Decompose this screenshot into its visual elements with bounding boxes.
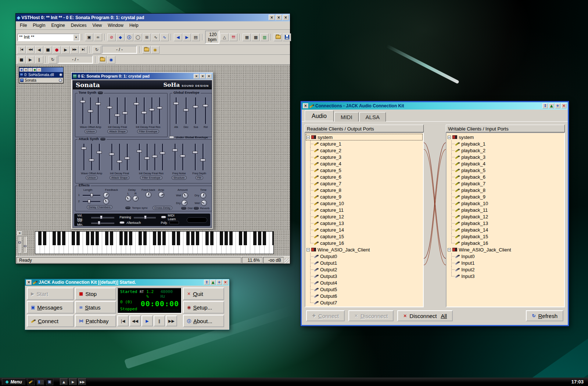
port-row[interactable]: capture_1	[309, 140, 423, 147]
port-row[interactable]: Output3	[309, 273, 423, 279]
resize-grip[interactable]	[284, 258, 289, 263]
slider-wave[interactable]	[79, 96, 87, 125]
port-row[interactable]: Output6	[309, 293, 423, 299]
midi-learn-toggle[interactable]	[161, 216, 166, 218]
reverb-wet-knob[interactable]	[201, 200, 207, 206]
minimize-button[interactable]: ×	[269, 15, 275, 20]
transport-forward-button[interactable]: ▶▶	[166, 315, 177, 326]
plugin-info-icon[interactable]: i	[125, 33, 133, 41]
port-row[interactable]: Input2	[450, 266, 564, 273]
port-row[interactable]: capture_12	[309, 213, 423, 220]
dist-dry-knob[interactable]	[182, 200, 187, 206]
collapse-icon[interactable]	[448, 248, 451, 251]
close-icon[interactable]: ×	[17, 231, 22, 236]
vol-maj-slider[interactable]	[90, 215, 115, 219]
port-row[interactable]: capture_13	[309, 220, 423, 226]
under-global-envelope-pill[interactable]	[169, 136, 174, 139]
vol-min-slider[interactable]	[90, 221, 115, 225]
slider-final[interactable]	[148, 96, 156, 125]
stick-button[interactable]: +	[555, 103, 560, 108]
maximize-button[interactable]: ×	[276, 15, 282, 20]
pager-icon[interactable]	[37, 378, 44, 385]
port-row[interactable]: playback_2	[450, 147, 564, 154]
port-row[interactable]: capture_7	[309, 180, 423, 187]
song-settings-icon[interactable]: ◉	[151, 46, 159, 54]
slider-amp[interactable]	[96, 143, 103, 171]
reverb-toggle[interactable]	[194, 207, 199, 210]
close-button[interactable]: ×	[223, 280, 228, 285]
port-row[interactable]: playback_9	[450, 193, 564, 200]
open-midi-icon[interactable]	[98, 56, 107, 64]
window-menu-button[interactable]: ×	[26, 280, 32, 285]
delay-r-knob[interactable]	[133, 196, 139, 201]
slider-init[interactable]	[136, 143, 143, 171]
port-row[interactable]: capture_11	[309, 207, 423, 213]
menu-item[interactable]: Help	[127, 22, 141, 28]
port-row[interactable]: playback_16	[450, 240, 564, 246]
port-row[interactable]: capture_2	[309, 147, 423, 154]
qjackctl-titlebar[interactable]: × JACK Audio Connection Kit [(default)] …	[25, 279, 229, 286]
plugin-state-icon[interactable]	[59, 73, 62, 76]
port-row[interactable]: capture_9	[309, 193, 423, 200]
port-row[interactable]: playback_8	[450, 187, 564, 193]
slider[interactable]	[182, 96, 190, 125]
bar-pause-icon[interactable]: ‖	[35, 56, 43, 64]
port-row[interactable]: playback_6	[450, 174, 564, 180]
plugin-list-item[interactable]: Sonata	[19, 78, 63, 83]
maximize-button[interactable]: ▲	[549, 103, 554, 108]
feed-back-knob[interactable]	[146, 192, 151, 198]
collapse-icon[interactable]	[448, 136, 451, 139]
disconnect-all-button[interactable]: × DisconnectAll	[397, 310, 453, 321]
minimize-button[interactable]: ×	[194, 74, 199, 79]
go-end-icon[interactable]: ▶|	[79, 46, 87, 54]
menu-item[interactable]: Engine	[49, 22, 67, 28]
tray-jack-icon[interactable]	[28, 378, 35, 385]
go-start-icon[interactable]: |◀	[17, 46, 26, 54]
port-row[interactable]: playback_10	[450, 200, 564, 207]
tray-app-icon[interactable]: ▣	[46, 378, 53, 385]
delay2-feedback-knob[interactable]	[103, 199, 109, 204]
setup-button[interactable]: ◉Setup...	[183, 301, 224, 314]
start-button[interactable]: ▶Start	[27, 287, 74, 300]
slider-freq[interactable]	[171, 143, 179, 171]
maximize-button[interactable]: ▲	[210, 280, 216, 285]
tab-audio[interactable]: Audio	[305, 110, 334, 122]
about-button[interactable]: iAbout...	[183, 315, 224, 327]
port-row[interactable]: Output1	[309, 260, 423, 266]
menu-item[interactable]: PlugIn	[30, 22, 48, 28]
port-row[interactable]: Output2	[309, 266, 423, 273]
wave-shape-alt-icon[interactable]: ∿	[160, 33, 169, 41]
port-row[interactable]: playback_1	[450, 140, 564, 147]
view-frame-icon[interactable]: ▣	[85, 33, 93, 41]
client-row-system[interactable]: system	[306, 134, 423, 140]
close-button[interactable]: ×	[206, 74, 212, 79]
chevron-down-icon[interactable]: ▼	[73, 34, 79, 40]
delay-l-knob[interactable]	[125, 196, 131, 201]
client-row-wine-asio[interactable]: Wine_ASIO_Jack_Client	[447, 246, 564, 253]
collapse-icon[interactable]	[306, 248, 310, 251]
delay2-length-slider[interactable]	[82, 199, 101, 204]
slider-init[interactable]	[108, 143, 116, 171]
port-row[interactable]: playback_14	[450, 226, 564, 233]
eject-button[interactable]: ▲	[60, 378, 68, 385]
delay1-length-slider[interactable]	[82, 193, 101, 197]
port-row[interactable]: playback_13	[450, 220, 564, 226]
port-row[interactable]: capture_6	[309, 174, 423, 180]
port-row[interactable]: Output0	[309, 253, 423, 260]
sonata-titlebar[interactable]: 0 E: Sonata Program 0: 1: crystal pad ××…	[72, 73, 213, 79]
slider-final[interactable]	[123, 143, 131, 171]
engine-off-icon[interactable]: ⊘	[107, 33, 116, 41]
port-row[interactable]: playback_3	[450, 154, 564, 160]
port-row[interactable]: Input1	[450, 260, 564, 266]
port-row[interactable]: capture_3	[309, 154, 423, 160]
dist-toggle[interactable]	[181, 207, 186, 210]
port-row[interactable]: playback_15	[450, 233, 564, 240]
metronome-icon[interactable]: △	[220, 33, 229, 41]
status-button[interactable]: ≡Status	[75, 301, 116, 314]
plugin-list-item[interactable]: 0: SoHaSonata.dll	[19, 72, 63, 78]
program-list-icon[interactable]: ▤	[191, 33, 200, 41]
slider-offset[interactable]	[87, 96, 94, 125]
connections-titlebar[interactable]: × Connections - JACK Audio Connection Ki…	[302, 102, 568, 110]
slider-final[interactable]	[121, 96, 129, 125]
slider-init[interactable]	[133, 96, 140, 125]
